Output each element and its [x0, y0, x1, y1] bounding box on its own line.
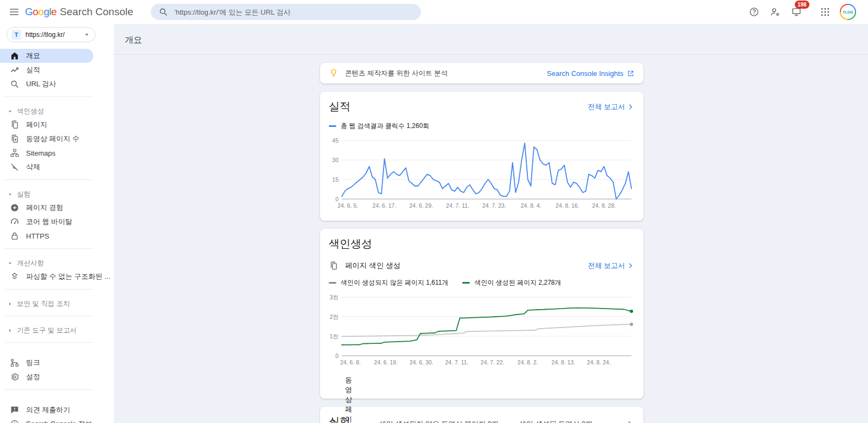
sidebar-item-label: 삭제: [26, 162, 40, 172]
insights-link[interactable]: Search Console Insights: [547, 69, 635, 78]
sidebar-item-https[interactable]: HTTPS: [0, 229, 93, 243]
url-inspect-searchbar[interactable]: [151, 4, 421, 20]
sidebar-item-video-pages[interactable]: 동영상 페이지 수: [0, 132, 93, 146]
sidebar-item-url-inspection[interactable]: URL 검사: [0, 77, 93, 91]
sidebar-section-experience[interactable]: 실험: [0, 188, 114, 201]
hamburger-icon: [8, 6, 20, 18]
top-bar: Google Search Console 198 TLOG: [0, 0, 868, 24]
sidebar-item-removals[interactable]: 삭제: [0, 160, 93, 174]
sidebar-item-label: Search Console 정보: [26, 419, 92, 423]
caret-down-icon: [7, 191, 14, 198]
performance-card-title: 실적: [329, 99, 350, 114]
svg-text:15: 15: [332, 176, 339, 183]
sidebar-item-links[interactable]: 링크: [0, 356, 93, 370]
sidebar-item-label: 실적: [26, 65, 40, 75]
google-logo-letter: g: [43, 6, 49, 17]
sidebar-item-about[interactable]: Search Console 정보: [0, 417, 93, 423]
apps-grid-icon[interactable]: [819, 5, 832, 18]
sidebar-item-label: 파싱할 수 없는 구조화된 ...: [26, 272, 110, 281]
sidebar-item-page-experience[interactable]: 페이지 경험: [0, 201, 93, 215]
sidebar-item-label: 개요: [26, 51, 40, 61]
account-avatar[interactable]: TLOG: [840, 4, 856, 20]
sidebar-section-label: 실험: [17, 190, 30, 199]
sidebar-section-legacy-tools[interactable]: 기존 도구 및 보고서: [0, 324, 114, 337]
sidebar-section-label: 색인생성: [17, 107, 44, 116]
sitemaps-icon: [10, 148, 20, 158]
sidebar-divider: [4, 389, 93, 390]
video-pages-icon: [10, 134, 20, 144]
performance-icon: [10, 65, 20, 75]
indexing-chart: 01천2천3천24. 6. 8.24. 6. 19.24. 6. 30.24. …: [329, 293, 635, 368]
sidebar-item-settings[interactable]: 설정: [0, 370, 93, 384]
sidebar-section-security-manual-actions[interactable]: 보안 및 직접 조치: [0, 297, 114, 310]
legend-label: 색인이 생성되지 않은 페이지 1,611개: [341, 278, 448, 287]
announcements-icon[interactable]: 198: [790, 5, 803, 18]
chevron-right-icon: [626, 261, 635, 270]
caret-right-icon: [7, 300, 14, 307]
sidebar-item-label: HTTPS: [26, 232, 49, 240]
svg-text:0: 0: [335, 196, 339, 202]
indexing-legend-not-indexed: 색인이 생성되지 않은 페이지 1,611개: [329, 278, 448, 287]
indexing-full-report-link[interactable]: 전체 보고서: [588, 261, 635, 271]
sidebar-item-performance[interactable]: 실적: [0, 63, 93, 77]
sidebar-item-label: 의견 제출하기: [26, 405, 71, 415]
info-icon: [10, 419, 20, 423]
sidebar-item-feedback[interactable]: 의견 제출하기: [0, 403, 93, 417]
property-selector[interactable]: T https://tlog.kr/: [7, 27, 95, 42]
video-not-indexed-stat: 색인 생성되지 않은 동영상 페이지 0개: [379, 419, 499, 423]
indexing-card: 색인생성 페이지 색인 생성 전체 보고서 색인이 생성되지 않은 페이지 1,…: [320, 229, 643, 399]
sidebar-item-core-web-vitals[interactable]: 코어 웹 바이탈: [0, 215, 93, 229]
legend-label: 총 웹 검색결과 클릭수 1,260회: [341, 121, 429, 131]
sidebar-gap: [0, 348, 114, 356]
svg-text:24. 6. 30.: 24. 6. 30.: [410, 359, 433, 366]
structured-data-icon: [10, 272, 20, 281]
https-icon: [10, 231, 20, 241]
lightbulb-icon: [329, 68, 339, 78]
sidebar-section-label: 보안 및 직접 조치: [17, 299, 70, 309]
property-url: https://tlog.kr/: [25, 31, 79, 39]
sidebar-item-overview[interactable]: 개요: [0, 49, 93, 63]
sidebar-divider: [4, 316, 93, 316]
svg-text:24. 6. 19.: 24. 6. 19.: [374, 359, 398, 366]
performance-full-report-link[interactable]: 전체 보고서: [588, 102, 635, 112]
main-menu-button[interactable]: [4, 2, 24, 22]
google-logo-letter: e: [51, 6, 56, 17]
svg-text:30: 30: [332, 157, 339, 163]
sidebar-section-enhancements[interactable]: 개선사항: [0, 257, 114, 270]
video-sparkline-chart: [613, 419, 618, 423]
manage-users-icon[interactable]: [769, 5, 782, 18]
chevron-right-icon: [626, 102, 635, 111]
links-icon: [10, 358, 20, 368]
search-icon: [158, 7, 168, 17]
chevron-right-icon[interactable]: [625, 419, 635, 423]
caret-down-icon: [7, 108, 14, 115]
insights-banner: 콘텐츠 제작자를 위한 사이트 분석 Search Console Insigh…: [320, 63, 643, 84]
performance-legend-clicks: 총 웹 검색결과 클릭수 1,260회: [329, 121, 429, 131]
page-title: 개요: [125, 35, 868, 46]
external-link-icon: [627, 69, 635, 78]
sidebar-section-indexing[interactable]: 색인생성: [0, 105, 114, 118]
topbar-actions: 198 TLOG: [748, 4, 868, 20]
svg-text:24. 8. 13.: 24. 8. 13.: [552, 359, 576, 366]
sidebar-item-unparsable-structured-data[interactable]: 파싱할 수 없는 구조화된 ...: [0, 270, 93, 284]
insights-link-label: Search Console Insights: [547, 69, 623, 78]
removals-icon: [10, 162, 20, 172]
svg-text:24. 6. 5.: 24. 6. 5.: [337, 202, 358, 209]
caret-down-icon: [83, 31, 91, 39]
product-name: Search Console: [60, 6, 133, 18]
app-logo[interactable]: Google Search Console: [25, 6, 133, 18]
help-icon[interactable]: [748, 5, 761, 18]
svg-text:24. 7. 22.: 24. 7. 22.: [481, 359, 505, 366]
settings-icon: [10, 372, 20, 382]
google-logo-letter: o: [38, 6, 43, 17]
legend-dash: [329, 125, 336, 127]
sidebar-item-pages[interactable]: 페이지: [0, 118, 93, 132]
feedback-icon: [10, 405, 20, 415]
avatar-text: TLOG: [841, 5, 855, 19]
page-indexing-subtitle: 페이지 색인 생성: [345, 261, 400, 271]
url-inspect-input[interactable]: [174, 8, 413, 17]
main-content: 개요 콘텐츠 제작자를 위한 사이트 분석 Search Console Ins…: [114, 24, 868, 423]
sidebar-item-sitemaps[interactable]: Sitemaps: [0, 146, 93, 160]
full-report-label: 전체 보고서: [588, 261, 625, 271]
sidebar-divider: [4, 180, 93, 180]
